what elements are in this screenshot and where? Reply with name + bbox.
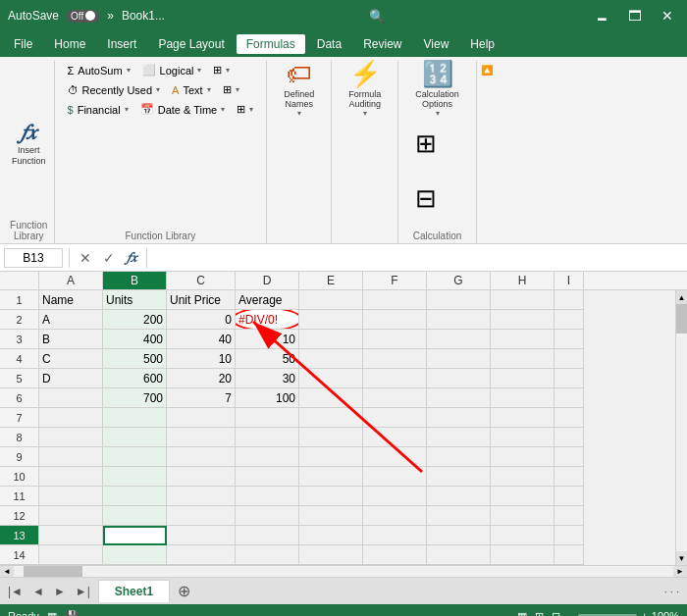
cell-i8[interactable] [555,428,584,447]
scroll-right-btn[interactable]: ► [673,566,687,577]
sheet-nav-prev[interactable]: ◄ [28,583,48,600]
row-num-4[interactable]: 4 [0,349,38,369]
menu-data[interactable]: Data [307,34,351,54]
cell-e2[interactable] [299,310,363,330]
menu-review[interactable]: Review [353,34,411,54]
cell-a7[interactable] [39,408,103,428]
calculation-options-btn[interactable]: 🔢 CalculationOptions ▾ [406,61,468,116]
cell-f13[interactable] [363,526,427,545]
cell-b12[interactable] [103,506,167,526]
cell-a12[interactable] [39,506,103,526]
cell-g10[interactable] [427,467,491,487]
cell-f5[interactable] [363,369,427,388]
cell-a8[interactable] [39,428,103,447]
cell-f14[interactable] [363,545,427,565]
sheet-nav-next[interactable]: ► [50,583,70,600]
row-num-8[interactable]: 8 [0,428,38,447]
scroll-up-btn[interactable]: ▲ [676,290,687,304]
row-num-11[interactable]: 11 [0,487,38,506]
cell-h1[interactable] [491,290,555,310]
cell-d6[interactable]: 100 [236,388,299,408]
calc-now-btn[interactable]: ⊞ [406,116,446,171]
datetime-btn[interactable]: 📅 Date & Time ▾ [135,100,231,119]
cell-e1[interactable] [299,290,363,310]
col-header-g[interactable]: G [427,272,491,289]
cell-b1[interactable]: Units [103,290,167,310]
formula-auditing-btn[interactable]: ⚡ FormulaAuditing ▾ [340,61,390,116]
cell-b10[interactable] [103,467,167,487]
cell-h2[interactable] [491,310,555,330]
col-header-h[interactable]: H [491,272,555,289]
sheet-nav-last[interactable]: ►| [72,583,94,600]
cell-b13[interactable] [103,526,167,545]
menu-help[interactable]: Help [460,34,504,54]
view-normal-icon[interactable]: ▦ [517,610,527,617]
cell-d12[interactable] [236,506,299,526]
menu-home[interactable]: Home [44,34,95,54]
scroll-track-v[interactable] [676,304,687,551]
cell-i10[interactable] [555,467,584,487]
cell-d7[interactable] [236,408,299,428]
cell-h4[interactable] [491,349,555,369]
cell-i5[interactable] [555,369,584,388]
cell-f4[interactable] [363,349,427,369]
cell-e6[interactable] [299,388,363,408]
menu-file[interactable]: File [4,34,42,54]
cell-i1[interactable] [555,290,584,310]
scroll-thumb-h[interactable] [24,566,82,577]
zoom-plus[interactable]: + [641,610,647,616]
cell-f10[interactable] [363,467,427,487]
row-num-10[interactable]: 10 [0,467,38,487]
cell-c10[interactable] [167,467,236,487]
view-break-icon[interactable]: ⊟ [552,610,560,617]
cell-i3[interactable] [555,330,584,349]
cell-g13[interactable] [427,526,491,545]
text-btn[interactable]: A Text ▾ [167,81,216,99]
cell-e14[interactable] [299,545,363,565]
menu-insert[interactable]: Insert [97,34,146,54]
row-num-2[interactable]: 2 [0,310,38,330]
cell-c12[interactable] [167,506,236,526]
view-layout-icon[interactable]: ⊞ [535,610,544,617]
cell-d9[interactable] [236,447,299,467]
cell-i13[interactable] [555,526,584,545]
cell-b2[interactable]: 200 [103,310,167,330]
scroll-left-btn[interactable]: ◄ [0,566,14,577]
cell-f3[interactable] [363,330,427,349]
cell-e13[interactable] [299,526,363,545]
cell-c6[interactable]: 7 [167,388,236,408]
cell-c1[interactable]: Unit Price [167,290,236,310]
zoom-minus[interactable]: − [568,610,574,616]
cell-d11[interactable] [236,487,299,506]
cell-e9[interactable] [299,447,363,467]
cell-h5[interactable] [491,369,555,388]
scroll-thumb-v[interactable] [676,304,687,334]
cell-g3[interactable] [427,330,491,349]
logical-btn[interactable]: ⬜ Logical ▾ [137,61,207,79]
cell-c7[interactable] [167,408,236,428]
defined-names-btn[interactable]: 🏷 DefinedNames ▾ [275,61,323,116]
more-grid-btn3[interactable]: ⊞ ▾ [232,100,258,119]
cell-c5[interactable]: 20 [167,369,236,388]
more-grid-btn2[interactable]: ⊞ ▾ [218,80,244,99]
row-num-5[interactable]: 5 [0,369,38,388]
cell-g14[interactable] [427,545,491,565]
cell-b9[interactable] [103,447,167,467]
menu-view[interactable]: View [414,34,459,54]
cell-f8[interactable] [363,428,427,447]
col-header-i[interactable]: I [555,272,584,289]
cell-c2[interactable]: 0 [167,310,236,330]
row-num-13[interactable]: 13 [0,526,38,545]
confirm-icon[interactable]: ✓ [99,248,119,268]
cell-b8[interactable] [103,428,167,447]
cell-d4[interactable]: 50 [236,349,299,369]
col-header-e[interactable]: E [299,272,363,289]
cell-c3[interactable]: 40 [167,330,236,349]
row-num-14[interactable]: 14 [0,545,38,565]
calc-sheet-btn[interactable]: ⊟ [406,171,446,226]
col-header-a[interactable]: A [39,272,103,289]
cell-a1[interactable]: Name [39,290,103,310]
cell-g6[interactable] [427,388,491,408]
insert-function-btn[interactable]: 𝑓𝑥 InsertFunction [12,120,46,167]
col-header-b[interactable]: B [103,272,167,289]
